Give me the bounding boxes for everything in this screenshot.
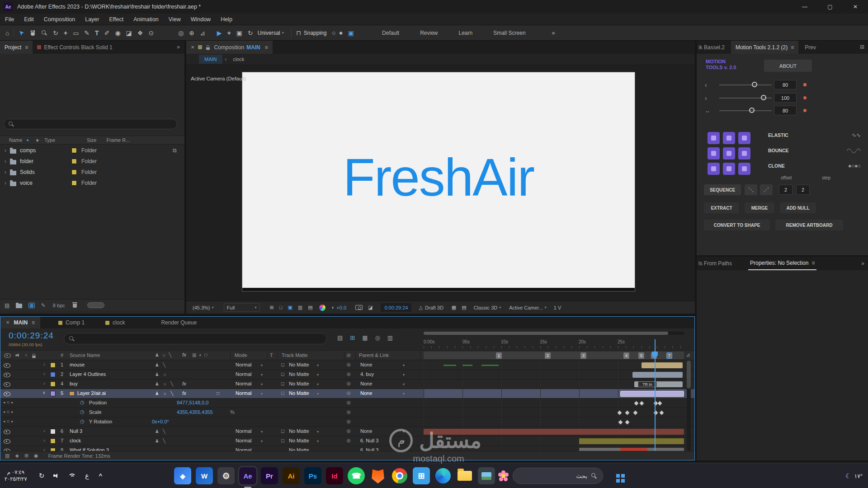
pickwhip-icon[interactable]: ◎ (347, 419, 351, 424)
layer-color-chip[interactable] (50, 391, 56, 396)
brave-icon[interactable] (369, 467, 387, 484)
label-column-icon[interactable]: ◈ (36, 138, 39, 142)
layer-color-chip[interactable] (50, 372, 56, 377)
view-dropdown[interactable]: Active Camer...▾ (509, 305, 547, 310)
layer-color-chip[interactable] (50, 429, 56, 434)
anchor-cell[interactable] (708, 163, 720, 175)
hide-shy-layers-icon[interactable]: ▦ (362, 335, 368, 341)
crop-icon[interactable]: ▣ (288, 305, 292, 310)
timeline-search[interactable] (64, 333, 327, 344)
show-snapshot-icon[interactable]: ◪ (368, 305, 373, 310)
menu-edit[interactable]: Edit (19, 16, 39, 23)
label-color-chip[interactable] (71, 169, 77, 175)
pickwhip-icon[interactable]: ◎ (347, 429, 351, 433)
property-track[interactable] (424, 418, 684, 427)
channel-icon[interactable]: ▥ (298, 305, 302, 310)
maximize-button[interactable]: ▢ (817, 0, 843, 14)
keyframe-nav[interactable]: ◂◇▸ (3, 419, 15, 423)
col-frame-rate[interactable]: Frame R... (106, 137, 130, 143)
timeline-v-scrollbar[interactable] (687, 361, 691, 451)
mode-dropdown[interactable]: Normal (236, 428, 251, 434)
slider3-value-box[interactable]: 80 (774, 106, 797, 115)
guides-icon[interactable]: ▤ (308, 305, 312, 310)
shape-tool-icon[interactable]: ▭ (73, 30, 79, 36)
expand-chevron-icon[interactable]: › (5, 169, 6, 175)
menu-help[interactable]: Help (216, 16, 237, 23)
exposure-value[interactable]: +0.0 (336, 305, 346, 310)
anchor-cell[interactable] (708, 147, 720, 160)
project-tabs-overflow[interactable]: » (177, 44, 180, 50)
illustrator-icon[interactable]: Ai (283, 467, 300, 484)
label-color-chip[interactable] (71, 180, 77, 186)
mask-visibility-icon[interactable]: □ (279, 305, 283, 310)
clone-stamp-tool-icon[interactable]: ◉ (115, 30, 120, 36)
workspace-small-screen[interactable]: Small Screen (493, 30, 525, 36)
extract-button[interactable]: EXTRACT (704, 202, 739, 213)
timeline-tab-clock[interactable]: clock (105, 319, 125, 326)
property-row[interactable]: ◂◇▸ ◷ Position 9477,5148,0,0 ◎ (0, 399, 694, 408)
property-value[interactable]: 0x+0.0° (152, 419, 169, 424)
layer-visibility-icon[interactable] (4, 372, 10, 377)
orbit-tool-icon[interactable]: ↻ (53, 30, 58, 36)
panel-menu-icon[interactable]: ≡ (811, 260, 815, 266)
brush-tool-icon[interactable]: ✐ (104, 30, 110, 36)
layer-bar[interactable] (642, 362, 683, 368)
col-parent-link[interactable]: Parent & Link (359, 352, 389, 358)
current-time-indicator[interactable] (655, 339, 656, 451)
layer-switches[interactable]: ♟☼╲ (155, 391, 177, 396)
sort-asc-icon[interactable]: ▲ (26, 138, 29, 142)
col-source-name[interactable]: Source Name (70, 352, 100, 358)
layer-bar[interactable] (620, 391, 684, 397)
cursor-mode-icon[interactable]: ▶ (217, 30, 222, 36)
layer-switches[interactable]: ♟╲ (155, 362, 169, 367)
menu-composition[interactable]: Composition (39, 16, 80, 23)
layer-track[interactable] (424, 361, 684, 370)
properties-overflow[interactable]: » (861, 260, 864, 267)
stopwatch-icon[interactable]: ◷ (80, 400, 85, 405)
timeline-tab-render-queue[interactable]: Render Queue (161, 319, 197, 326)
safe-margins-icon[interactable]: ⊞ (270, 305, 274, 310)
track-matte-dropdown[interactable]: No Matte (289, 438, 309, 443)
parent-dropdown[interactable]: None (360, 390, 372, 396)
layer-name[interactable]: clock (70, 438, 81, 443)
comp-marker[interactable]: 1 (496, 352, 502, 359)
workspace-overflow[interactable]: » (552, 29, 555, 36)
layer-track[interactable]: TR In (424, 380, 684, 389)
magnet-icon[interactable]: ⊓ (296, 30, 301, 36)
tab-properties[interactable]: Properties: No Selection≡ (748, 257, 816, 270)
layer-expand-icon[interactable]: › (43, 438, 45, 443)
reset-view-icon[interactable]: ▤ (462, 305, 466, 310)
zoom-dropdown[interactable]: (45.3%) (193, 305, 210, 310)
slider2-chevron-icon[interactable]: › (705, 95, 707, 101)
layer-expand-icon[interactable]: › (43, 428, 45, 433)
layer-expand-icon[interactable]: › (43, 381, 45, 386)
layer-switches[interactable]: ♟╲ (155, 438, 169, 443)
axis-view-icon[interactable]: ⊿ (200, 30, 205, 36)
track-matte-dropdown[interactable]: No Matte (289, 428, 309, 434)
stopwatch-icon[interactable]: ◷ (80, 409, 85, 414)
mode-dropdown[interactable]: Normal (236, 438, 251, 443)
roto-brush-tool-icon[interactable]: ❖ (137, 30, 143, 36)
layer-switches[interactable]: ♟╲ (155, 429, 169, 434)
clone-button[interactable]: CLONE◆◇◆◇ (768, 161, 861, 171)
slider1-value-box[interactable]: 80 (774, 80, 797, 89)
keyframe-icon[interactable] (634, 401, 639, 406)
panel-menu-icon[interactable]: ≡ (265, 45, 268, 50)
project-bit-depth[interactable]: 8 bpc (53, 303, 65, 308)
menu-animation[interactable]: Animation (128, 16, 164, 23)
parent-dropdown[interactable]: None (360, 381, 372, 386)
layer-row[interactable]: › 8 What If Solution 3 Normal No Matte 6… (0, 446, 694, 451)
minimize-button[interactable]: — (792, 0, 817, 14)
tab-partial-left[interactable]: ik Bassel.2 (698, 44, 725, 51)
mode-dropdown[interactable]: Normal (236, 362, 251, 367)
tab-motion-tools[interactable]: Motion Tools 2.1.2 (2)≡ (731, 41, 798, 54)
label-color-chip[interactable] (71, 159, 77, 164)
weather-widget[interactable]: ☾ ١٧° (845, 463, 863, 488)
mode-dropdown[interactable]: Normal (236, 371, 251, 377)
fast-previews-icon[interactable]: △ (419, 305, 422, 310)
axis-world-icon[interactable]: ⊕ (189, 30, 194, 36)
clock-widget[interactable]: ٠٧:٤٩ م ٢٠٢٥/٣/٢٧ (5, 469, 27, 483)
renderer-dropdown[interactable]: Classic 3D▾ (474, 305, 501, 310)
comp-marker[interactable]: 4 (623, 352, 629, 359)
col-layer-number[interactable]: # (61, 352, 63, 358)
